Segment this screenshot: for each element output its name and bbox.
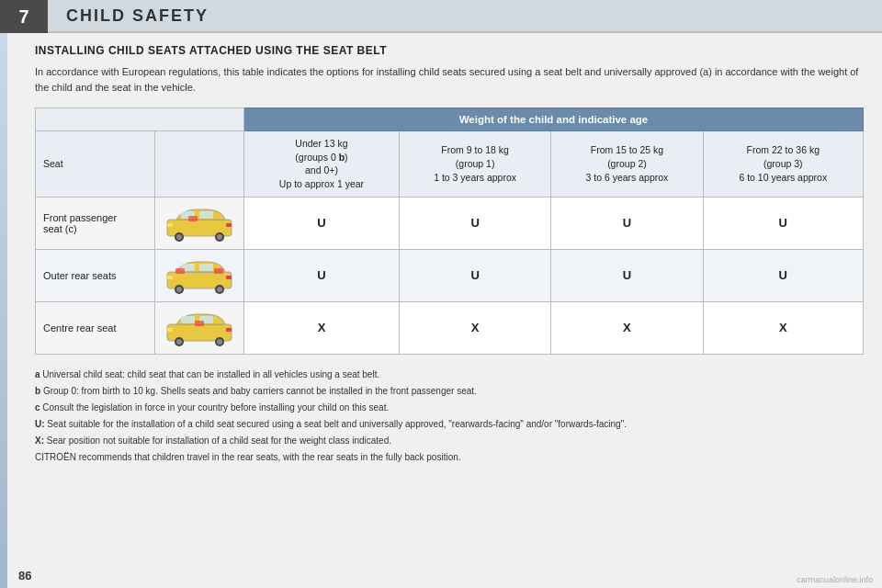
seat-label-cell: Centre rear seat bbox=[36, 301, 155, 354]
page-title: CHILD SAFETY bbox=[66, 6, 209, 26]
side-accent-bar bbox=[0, 33, 7, 588]
footer-note-a: a Universal child seat: child seat that … bbox=[35, 368, 864, 382]
value-cell: X bbox=[244, 301, 400, 354]
page-number-tab: 7 bbox=[0, 0, 48, 33]
page-header: CHILD SAFETY bbox=[48, 0, 882, 33]
svg-rect-28 bbox=[167, 328, 173, 332]
car-image-cell bbox=[155, 301, 244, 354]
svg-point-25 bbox=[176, 339, 182, 345]
svg-point-16 bbox=[217, 287, 222, 292]
col-header-1: From 9 to 18 kg(group 1)1 to 3 years app… bbox=[399, 131, 550, 198]
value-cell: X bbox=[703, 301, 863, 354]
svg-rect-12 bbox=[199, 264, 213, 271]
weight-header: Weight of the child and indicative age bbox=[244, 108, 864, 131]
table-body: Front passengerseat (c) UUUUOuter rear s… bbox=[36, 197, 864, 354]
child-seat-table: Weight of the child and indicative age S… bbox=[35, 107, 864, 355]
svg-rect-20 bbox=[214, 268, 223, 274]
footer-note-citro: CITROËN recommends that children travel … bbox=[35, 450, 864, 465]
value-cell: U bbox=[551, 197, 703, 249]
svg-point-6 bbox=[217, 234, 222, 240]
svg-point-14 bbox=[176, 287, 182, 292]
svg-rect-7 bbox=[167, 223, 173, 227]
intro-text: In accordance with European regulations,… bbox=[35, 64, 864, 95]
section-title: INSTALLING CHILD SEATS ATTACHED USING TH… bbox=[35, 44, 864, 57]
footer-note-U: U: Seat suitable for the installation of… bbox=[35, 417, 864, 432]
svg-rect-2 bbox=[199, 211, 213, 219]
svg-point-4 bbox=[176, 234, 182, 240]
footer-note-b: b Group 0: from birth to 10 kg. Shells s… bbox=[35, 384, 864, 399]
table-header-sub-row: Seat Under 13 kg(groups 0 b)and 0+)Up to… bbox=[36, 131, 864, 198]
svg-rect-8 bbox=[226, 223, 232, 227]
value-cell: U bbox=[244, 249, 400, 301]
seat-col-header bbox=[36, 108, 244, 131]
svg-rect-30 bbox=[195, 321, 204, 326]
value-cell: X bbox=[551, 301, 703, 354]
seat-label-cell: Outer rear seats bbox=[36, 249, 155, 301]
page-tab-number: 7 bbox=[18, 6, 28, 28]
value-cell: X bbox=[399, 301, 550, 354]
value-cell: U bbox=[399, 249, 550, 301]
seat-subheader: Seat bbox=[36, 131, 155, 198]
car-img-subheader bbox=[155, 131, 244, 198]
main-content: INSTALLING CHILD SEATS ATTACHED USING TH… bbox=[18, 33, 873, 570]
car-image-cell bbox=[155, 249, 244, 301]
svg-rect-9 bbox=[188, 216, 198, 221]
table-row: Centre rear seat XXXX bbox=[36, 301, 864, 354]
value-cell: U bbox=[551, 249, 703, 301]
car-image-cell bbox=[155, 197, 244, 249]
table-header-main-row: Weight of the child and indicative age bbox=[36, 108, 864, 131]
footer-note-c: c Consult the legislation in force in yo… bbox=[35, 401, 864, 415]
seat-label-cell: Front passengerseat (c) bbox=[36, 197, 155, 249]
value-cell: U bbox=[703, 197, 863, 249]
svg-rect-29 bbox=[226, 328, 232, 332]
svg-rect-22 bbox=[181, 316, 195, 323]
svg-rect-18 bbox=[226, 276, 232, 279]
bottom-page-number: 86 bbox=[18, 569, 31, 582]
footer-notes: a Universal child seat: child seat that … bbox=[35, 368, 864, 465]
value-cell: U bbox=[244, 197, 400, 249]
table-row: Front passengerseat (c) UUUU bbox=[36, 197, 864, 249]
value-cell: U bbox=[703, 249, 863, 301]
value-cell: U bbox=[399, 197, 550, 249]
svg-rect-19 bbox=[175, 268, 185, 274]
col-header-2: From 15 to 25 kg(group 2)3 to 6 years ap… bbox=[551, 131, 703, 198]
footer-note-X: X: Sear position not suitable for instal… bbox=[35, 434, 864, 448]
svg-rect-17 bbox=[167, 276, 173, 279]
watermark: carmanualonline.info bbox=[797, 575, 873, 584]
table-row: Outer rear seats UUUU bbox=[36, 249, 864, 301]
svg-point-27 bbox=[217, 339, 222, 345]
col-header-0: Under 13 kg(groups 0 b)and 0+)Up to appr… bbox=[244, 131, 400, 198]
col-header-3: From 22 to 36 kg(group 3)6 to 10 years a… bbox=[703, 131, 863, 198]
